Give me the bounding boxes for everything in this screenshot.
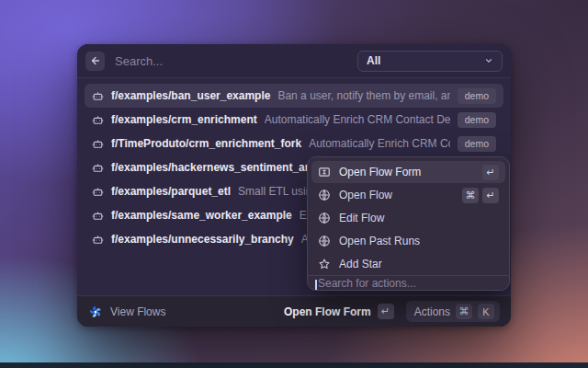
flow-path: f/examples/parquet_etl xyxy=(111,185,231,198)
filter-value: All xyxy=(367,54,380,67)
flow-icon xyxy=(92,162,104,174)
palette-header: All xyxy=(77,44,511,78)
k-key-badge: K xyxy=(478,304,494,319)
flow-path: f/examples/ban_user_example xyxy=(111,89,270,102)
action-search xyxy=(308,275,509,290)
menu-item-add-star[interactable]: Add Star xyxy=(311,253,505,275)
flow-path: f/examples/hackernews_sentiment_an... xyxy=(111,161,321,174)
action-menu: Open Flow Form ↵ Open Flow ⌘ ↵ xyxy=(307,156,510,291)
back-button[interactable] xyxy=(85,52,105,71)
bottom-edge-strip xyxy=(0,362,588,368)
menu-item-open-flow-form[interactable]: Open Flow Form ↵ xyxy=(311,161,505,183)
menu-item-edit-flow[interactable]: Edit Flow xyxy=(311,207,505,229)
flow-icon xyxy=(92,210,104,222)
flow-description: Automatically Enrich CRM Contact Details… xyxy=(309,137,450,150)
enter-key-badge: ↵ xyxy=(482,188,499,203)
demo-badge: demo xyxy=(458,88,496,104)
globe-icon xyxy=(318,212,331,224)
actions-label: Actions xyxy=(414,305,450,318)
search-input[interactable] xyxy=(113,53,349,69)
flow-description: Ban a user, notify them by email, and us… xyxy=(277,89,449,102)
chevron-down-icon xyxy=(484,56,493,65)
desktop-background: All f/examples/ban_user_example Ban a us… xyxy=(0,0,588,368)
flow-icon xyxy=(92,138,104,150)
actions-button[interactable]: Actions ⌘ K xyxy=(406,301,500,322)
flow-icon xyxy=(92,186,104,198)
flow-path: f/TimeProduto/crm_enrichment_fork xyxy=(111,137,301,150)
enter-key-badge: ↵ xyxy=(378,304,394,319)
action-menu-list: Open Flow Form ↵ Open Flow ⌘ ↵ xyxy=(308,157,509,275)
filter-dropdown[interactable]: All xyxy=(357,51,503,72)
flow-icon xyxy=(92,114,104,126)
demo-badge: demo xyxy=(458,112,496,128)
star-icon xyxy=(318,258,331,270)
palette-footer: View Flows Open Flow Form ↵ Actions ⌘ K xyxy=(77,295,511,327)
flow-description: Automatically Enrich CRM Contact Details… xyxy=(265,113,450,126)
demo-badge: demo xyxy=(458,136,496,152)
primary-action-label: Open Flow Form xyxy=(284,305,371,318)
flow-icon xyxy=(92,234,104,246)
flow-icon xyxy=(92,90,104,102)
flow-path: f/examples/crm_enrichment xyxy=(111,113,257,126)
result-row[interactable]: f/examples/ban_user_example Ban a user, … xyxy=(85,84,503,108)
result-row[interactable]: f/TimeProduto/crm_enrichment_fork Automa… xyxy=(85,132,503,155)
footer-actions: Open Flow Form ↵ Actions ⌘ K xyxy=(284,301,500,322)
cmd-key-badge: ⌘ xyxy=(462,188,479,203)
view-flows-label: View Flows xyxy=(110,305,165,318)
flow-path: f/examples/unnecessarily_branchy xyxy=(111,233,294,246)
flow-path: f/examples/same_worker_example xyxy=(111,209,292,222)
enter-key-badge: ↵ xyxy=(482,165,499,180)
command-palette: All f/examples/ban_user_example Ban a us… xyxy=(77,44,511,327)
globe-icon xyxy=(318,189,331,201)
action-search-input[interactable] xyxy=(308,277,509,290)
result-row[interactable]: f/examples/crm_enrichment Automatically … xyxy=(85,108,503,132)
arrow-left-icon xyxy=(90,55,101,66)
text-cursor xyxy=(315,280,317,291)
menu-item-open-flow[interactable]: Open Flow ⌘ ↵ xyxy=(311,184,505,206)
globe-icon xyxy=(318,235,331,247)
windmill-logo-icon xyxy=(88,305,103,319)
menu-item-open-past-runs[interactable]: Open Past Runs xyxy=(311,230,505,252)
cmd-key-badge: ⌘ xyxy=(456,304,472,319)
form-input-icon xyxy=(318,166,331,178)
